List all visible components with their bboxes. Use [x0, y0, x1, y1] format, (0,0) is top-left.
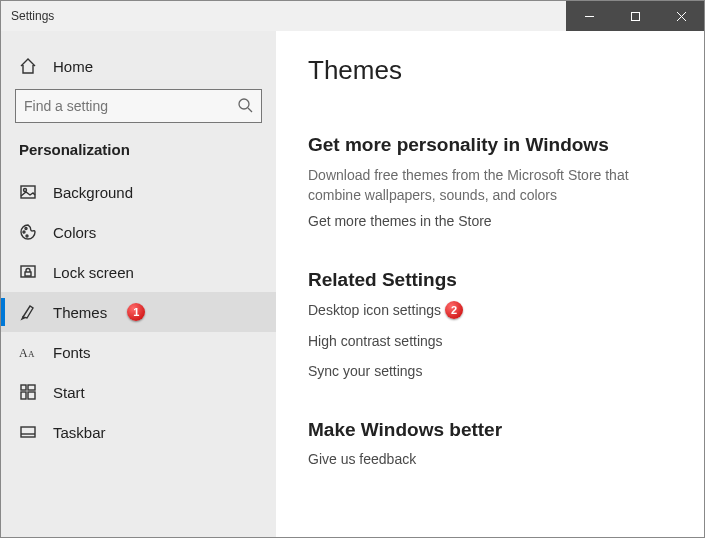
link-label: High contrast settings — [308, 333, 443, 349]
svg-rect-6 — [21, 186, 35, 198]
home-icon — [19, 57, 37, 75]
sidebar-item-label: Taskbar — [53, 424, 106, 441]
home-label: Home — [53, 58, 93, 75]
svg-text:A: A — [28, 349, 35, 359]
search-input[interactable] — [24, 98, 237, 114]
svg-text:A: A — [19, 346, 28, 360]
related-section: Related Settings Desktop icon settings 2… — [308, 269, 672, 379]
themes-icon — [19, 303, 37, 321]
sidebar: Home Personalization Background Colors — [1, 31, 276, 537]
svg-rect-1 — [631, 12, 639, 20]
maximize-button[interactable] — [612, 1, 658, 31]
sidebar-item-taskbar[interactable]: Taskbar — [1, 412, 276, 452]
desktop-icon-settings-link[interactable]: Desktop icon settings 2 — [308, 301, 672, 319]
sidebar-item-lockscreen[interactable]: Lock screen — [1, 252, 276, 292]
annotation-marker: 1 — [127, 303, 145, 321]
titlebar: Settings — [1, 1, 704, 31]
sidebar-item-label: Lock screen — [53, 264, 134, 281]
start-icon — [19, 383, 37, 401]
svg-rect-19 — [21, 427, 35, 437]
link-label: Desktop icon settings — [308, 302, 441, 318]
sidebar-item-label: Themes — [53, 304, 107, 321]
sidebar-item-label: Background — [53, 184, 133, 201]
home-link[interactable]: Home — [1, 49, 276, 89]
better-section: Make Windows better Give us feedback — [308, 419, 672, 467]
palette-icon — [19, 223, 37, 241]
related-heading: Related Settings — [308, 269, 672, 291]
taskbar-icon — [19, 423, 37, 441]
sidebar-item-fonts[interactable]: AA Fonts — [1, 332, 276, 372]
page-title: Themes — [308, 55, 672, 86]
sync-settings-link[interactable]: Sync your settings — [308, 363, 672, 379]
svg-point-9 — [25, 228, 27, 230]
svg-point-10 — [26, 235, 28, 237]
fonts-icon: AA — [19, 343, 37, 361]
svg-point-4 — [239, 99, 249, 109]
lockscreen-icon — [19, 263, 37, 281]
svg-rect-17 — [21, 392, 26, 399]
sidebar-item-label: Fonts — [53, 344, 91, 361]
close-button[interactable] — [658, 1, 704, 31]
store-link[interactable]: Get more themes in the Store — [308, 213, 672, 229]
main-content: Themes Get more personality in Windows D… — [276, 31, 704, 537]
svg-line-5 — [248, 108, 252, 112]
svg-rect-15 — [21, 385, 26, 390]
high-contrast-link[interactable]: High contrast settings — [308, 333, 672, 349]
better-heading: Make Windows better — [308, 419, 672, 441]
store-link-label: Get more themes in the Store — [308, 213, 492, 229]
sidebar-item-colors[interactable]: Colors — [1, 212, 276, 252]
search-icon — [237, 97, 253, 116]
section-heading: Personalization — [1, 141, 276, 172]
annotation-marker: 2 — [445, 301, 463, 319]
svg-rect-18 — [28, 392, 35, 399]
sidebar-item-background[interactable]: Background — [1, 172, 276, 212]
svg-point-8 — [23, 231, 25, 233]
svg-rect-16 — [28, 385, 35, 390]
svg-point-7 — [24, 189, 27, 192]
link-label: Give us feedback — [308, 451, 416, 467]
search-box[interactable] — [15, 89, 262, 123]
picture-icon — [19, 183, 37, 201]
sidebar-item-label: Colors — [53, 224, 96, 241]
sidebar-item-themes[interactable]: Themes 1 — [1, 292, 276, 332]
personality-section: Get more personality in Windows Download… — [308, 134, 672, 229]
svg-rect-12 — [25, 272, 31, 276]
personality-heading: Get more personality in Windows — [308, 134, 672, 156]
personality-desc: Download free themes from the Microsoft … — [308, 166, 672, 205]
window-title: Settings — [1, 1, 566, 31]
sidebar-item-label: Start — [53, 384, 85, 401]
window-controls — [566, 1, 704, 31]
sidebar-item-start[interactable]: Start — [1, 372, 276, 412]
feedback-link[interactable]: Give us feedback — [308, 451, 672, 467]
minimize-button[interactable] — [566, 1, 612, 31]
link-label: Sync your settings — [308, 363, 422, 379]
